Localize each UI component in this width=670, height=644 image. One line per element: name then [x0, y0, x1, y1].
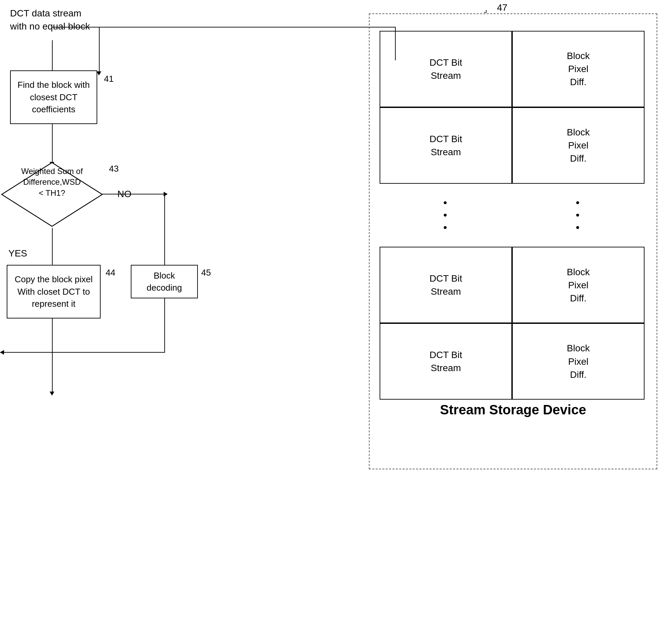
arrow-bottom-horiz [52, 352, 165, 353]
arrow-top-horiz [52, 27, 396, 27]
label-47: 47 [497, 2, 507, 13]
arrow-yes-down [52, 228, 53, 267]
arrow-top-down-head [97, 71, 101, 76]
storage-title: Stream Storage Device [369, 402, 657, 417]
dots-left: ••• [379, 184, 512, 247]
label-45: 45 [201, 268, 211, 278]
storage-device-container: 47 ⌞ DCT BitStream BlockPixelDiff. DCT B… [369, 13, 657, 469]
arrow-no-horiz [102, 194, 164, 194]
arrow-no-vert [164, 194, 165, 267]
arrow-final-down-head [50, 392, 54, 395]
label-44: 44 [106, 268, 115, 278]
cell-dct-2: DCT BitStream [379, 107, 512, 184]
arrow-to-storage-down [395, 27, 396, 61]
arrow-copy-down [52, 319, 53, 352]
label-yes: YES [9, 248, 27, 259]
cell-pixel-1: BlockPixelDiff. [512, 31, 644, 107]
label-43: 43 [109, 164, 119, 174]
bracket-47: ⌞ [484, 5, 487, 14]
input-label: DCT data streamwith no equal block [10, 7, 90, 33]
cell-dct-4: DCT BitStream [379, 323, 512, 400]
cell-pixel-4: BlockPixelDiff. [512, 323, 644, 400]
diamond-text: Weighted Sum ofDifference,WSD< TH1? [5, 166, 99, 199]
arrow-top-down [99, 27, 99, 72]
arrow-input-down [52, 40, 53, 72]
arrow-left-head [0, 350, 4, 355]
box-find: Find the block withclosest DCTcoefficien… [10, 70, 97, 124]
box-copy: Copy the block pixelWith closet DCT tore… [7, 265, 100, 319]
label-41: 41 [104, 74, 114, 84]
cell-dct-1: DCT BitStream [379, 31, 512, 107]
arrow-decode-down [164, 298, 165, 352]
diagram: DCT data streamwith no equal block 41 Fi… [0, 0, 670, 644]
arrow-find-to-diamond [52, 124, 53, 163]
dots-right: ••• [512, 184, 644, 247]
arrow-final-down [52, 352, 53, 392]
cell-dct-3: DCT BitStream [379, 247, 512, 323]
arrow-left-horiz [0, 352, 53, 353]
box-decode: Blockdecoding [131, 265, 198, 298]
storage-grid: DCT BitStream BlockPixelDiff. DCT BitStr… [379, 31, 644, 400]
cell-pixel-3: BlockPixelDiff. [512, 247, 644, 323]
cell-pixel-2: BlockPixelDiff. [512, 107, 644, 184]
